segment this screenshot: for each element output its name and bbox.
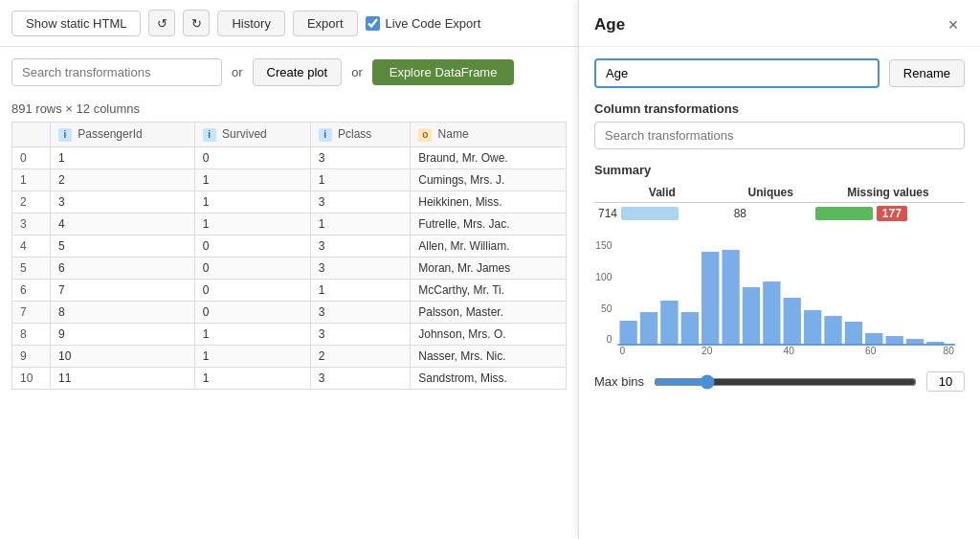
- live-code-checkbox[interactable]: [366, 16, 380, 31]
- table-row: 3 4 1 1 Futrelle, Mrs. Jac.: [12, 213, 567, 236]
- col-header-pclass[interactable]: i Pclass: [310, 123, 411, 147]
- summary-row: 714 88 177: [594, 203, 965, 225]
- cell-pclass: 3: [310, 236, 411, 258]
- type-icon-survived: i: [203, 128, 216, 142]
- cell-pclass: 1: [310, 213, 411, 236]
- summary-title: Summary: [594, 163, 965, 177]
- panel-title: Age: [594, 15, 625, 34]
- cell-pclass: 3: [310, 147, 411, 169]
- cell-pid: 5: [51, 236, 195, 258]
- live-code-text: Live Code Export: [386, 16, 481, 31]
- svg-rect-19: [906, 339, 924, 345]
- cell-name: Heikkinen, Miss.: [411, 191, 567, 213]
- svg-text:100: 100: [595, 272, 612, 282]
- max-bins-slider[interactable]: [654, 374, 917, 390]
- histogram-wrap: 150 100 50 0: [594, 237, 965, 362]
- col-header-passengerid[interactable]: i PassengerId: [51, 123, 195, 147]
- valid-value: 714: [598, 207, 617, 220]
- summary-col-missing: Missing values: [812, 183, 965, 203]
- cell-index: 9: [12, 346, 51, 368]
- cell-survived: 0: [194, 236, 310, 258]
- histogram-svg: 150 100 50 0: [594, 237, 965, 362]
- col-search-input[interactable]: [594, 122, 965, 149]
- cell-index: 1: [12, 169, 51, 191]
- table-row: 4 5 0 3 Allen, Mr. William.: [12, 236, 567, 258]
- cell-index: 0: [12, 147, 51, 169]
- svg-text:0: 0: [619, 346, 625, 356]
- cell-survived: 0: [194, 302, 310, 324]
- svg-rect-17: [865, 333, 882, 345]
- search-input[interactable]: [11, 58, 222, 86]
- summary-col-valid: Valid: [594, 183, 730, 203]
- svg-rect-6: [640, 312, 657, 345]
- cell-pclass: 3: [310, 191, 411, 213]
- svg-rect-12: [763, 281, 780, 345]
- undo-icon: ↺: [157, 16, 167, 31]
- svg-rect-14: [804, 310, 821, 345]
- max-bins-label: Max bins: [594, 374, 644, 389]
- cell-survived: 1: [194, 324, 310, 346]
- redo-button[interactable]: ↻: [183, 10, 210, 36]
- table-row: 7 8 0 3 Palsson, Master.: [12, 302, 567, 324]
- svg-rect-8: [681, 312, 699, 345]
- svg-rect-18: [886, 336, 903, 345]
- cell-name: Allen, Mr. William.: [411, 236, 567, 258]
- close-button[interactable]: ×: [942, 13, 965, 36]
- cell-survived: 1: [194, 346, 310, 368]
- cell-name: Johnson, Mrs. O.: [411, 324, 567, 346]
- summary-valid-cell: 714: [594, 203, 730, 225]
- cell-index: 5: [12, 258, 51, 280]
- cell-survived: 1: [194, 191, 310, 213]
- col-trans-label: Column transformations: [594, 101, 965, 116]
- export-button[interactable]: Export: [293, 11, 358, 36]
- table-row: 8 9 1 3 Johnson, Mrs. O.: [12, 324, 567, 346]
- svg-text:150: 150: [595, 240, 612, 251]
- cell-survived: 0: [194, 280, 310, 302]
- missing-bar: [815, 207, 873, 220]
- cell-pid: 4: [51, 213, 195, 236]
- col-header-name[interactable]: o Name: [411, 123, 567, 147]
- cell-pid: 3: [51, 191, 195, 213]
- svg-text:80: 80: [944, 346, 955, 356]
- cell-name: Sandstrom, Miss.: [411, 368, 567, 390]
- svg-rect-11: [743, 287, 760, 345]
- table-row: 0 1 0 3 Braund, Mr. Owe.: [12, 147, 567, 169]
- svg-rect-10: [722, 250, 739, 345]
- table-row: 9 10 1 2 Nasser, Mrs. Nic.: [12, 346, 567, 368]
- cell-index: 6: [12, 280, 51, 302]
- or-text-2: or: [351, 65, 363, 79]
- history-button[interactable]: History: [217, 11, 284, 36]
- summary-col-uniques: Uniques: [730, 183, 812, 203]
- undo-button[interactable]: ↺: [148, 10, 175, 36]
- missing-badge: 177: [877, 206, 907, 221]
- cell-index: 4: [12, 236, 51, 258]
- rename-button[interactable]: Rename: [889, 59, 965, 87]
- type-icon-pclass: i: [319, 128, 332, 142]
- cell-survived: 0: [194, 147, 310, 169]
- svg-text:50: 50: [601, 303, 612, 314]
- cell-pid: 10: [51, 346, 195, 368]
- cell-name: Moran, Mr. James: [411, 258, 567, 280]
- svg-rect-5: [619, 321, 636, 345]
- table-row: 5 6 0 3 Moran, Mr. James: [12, 258, 567, 280]
- col-header-survived[interactable]: i Survived: [194, 123, 310, 147]
- cell-survived: 1: [194, 213, 310, 236]
- show-html-button[interactable]: Show static HTML: [11, 11, 141, 36]
- rename-input[interactable]: [594, 58, 880, 88]
- create-plot-button[interactable]: Create plot: [253, 58, 343, 86]
- or-text-1: or: [232, 65, 243, 79]
- cell-pclass: 1: [310, 169, 411, 191]
- svg-text:60: 60: [865, 346, 877, 356]
- cell-index: 8: [12, 324, 51, 346]
- cell-pid: 8: [51, 302, 195, 324]
- cell-pid: 6: [51, 258, 195, 280]
- max-bins-value[interactable]: [926, 371, 965, 392]
- cell-pid: 1: [51, 147, 195, 169]
- explore-dataframe-button[interactable]: Explore DataFrame: [372, 59, 515, 85]
- svg-text:40: 40: [784, 346, 795, 356]
- right-panel: Age × Rename Column transformations Summ…: [578, 0, 980, 539]
- cell-pid: 2: [51, 169, 195, 191]
- cell-index: 2: [12, 191, 51, 213]
- valid-bar: [621, 207, 679, 220]
- table-row: 1 2 1 1 Cumings, Mrs. J.: [12, 169, 567, 191]
